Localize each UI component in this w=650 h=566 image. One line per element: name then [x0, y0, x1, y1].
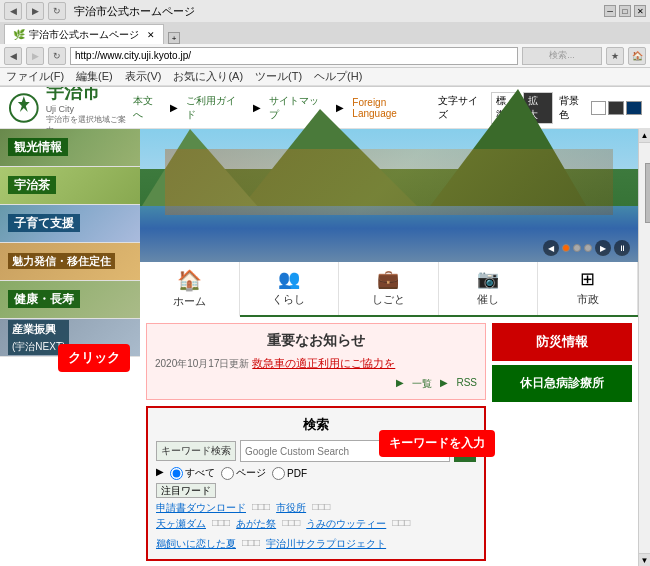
hero-image: ◀ ▶ ⏸	[140, 129, 638, 262]
sidebar-item-health[interactable]: 健康・長寿	[0, 281, 140, 319]
minimize-button[interactable]: ─	[604, 5, 616, 17]
life-tab-icon: 👥	[278, 268, 300, 290]
maximize-button[interactable]: □	[619, 5, 631, 17]
sidebar-health-label: 健康・長寿	[8, 290, 80, 308]
content-right: ◀ ▶ ⏸ 🏠 ホーム 👥 くらし �	[140, 129, 638, 566]
tab-home[interactable]: 🏠 ホーム	[140, 262, 240, 317]
notice-section: 重要なお知らせ 2020年10月17日更新 救急車の適正利用にご協力を ▶ 一覧…	[146, 323, 486, 400]
events-tab-icon: 📷	[477, 268, 499, 290]
browser-forward-button[interactable]: ▶	[26, 47, 44, 65]
search-option-pdf[interactable]: PDF	[272, 466, 307, 480]
keyword-7[interactable]: 宇治川サクラプロジェクト	[266, 537, 386, 551]
notice-date: 2020年10月17日更新 救急車の適正利用にご協力を	[155, 356, 477, 371]
hero-dot-2[interactable]	[573, 244, 581, 252]
hero-dot-3[interactable]	[584, 244, 592, 252]
tab-events[interactable]: 📷 催し	[439, 262, 539, 315]
keyword-5[interactable]: うみのウッティー	[306, 517, 386, 531]
scroll-thumb[interactable]	[645, 163, 651, 223]
menu-help[interactable]: ヘルプ(H)	[314, 69, 362, 84]
sidebar-item-childcare[interactable]: 子育て支援	[0, 205, 140, 243]
tab-work-label: しごと	[372, 292, 405, 307]
window-controls: ─ □ ✕	[604, 5, 646, 17]
notice-link[interactable]: 救急車の適正利用にご協力を	[252, 357, 395, 369]
browser-back-button[interactable]: ◀	[4, 47, 22, 65]
star-button[interactable]: ★	[606, 47, 624, 65]
tab-events-label: 催し	[477, 292, 499, 307]
popular-words-row: 注目ワード	[156, 484, 476, 498]
home-tab-icon: 🏠	[177, 268, 202, 292]
bg-blue-button[interactable]	[626, 101, 642, 115]
nav-guide-link[interactable]: ご利用ガイド	[186, 94, 245, 122]
hospital-button[interactable]: 休日急病診療所	[492, 365, 632, 402]
tab-bar: 🌿 宇治市公式ホームページ ✕ +	[0, 22, 650, 44]
tab-city[interactable]: ⊞ 市政	[538, 262, 638, 315]
sidebar-tourism-label: 観光情報	[8, 138, 68, 156]
address-text: http://www.city.uji.kyoto.jp/	[75, 50, 191, 61]
hero-next-button[interactable]: ▶	[595, 240, 611, 256]
scroll-up-button[interactable]: ▲	[639, 129, 651, 143]
keywords-row: 申請書ダウンロード □□□ 市役所 □□□	[156, 501, 476, 515]
back-button[interactable]: ◀	[4, 2, 22, 20]
address-bar[interactable]: http://www.city.uji.kyoto.jp/	[70, 47, 518, 65]
city-logo-icon	[8, 92, 40, 124]
sidebar-item-tourism[interactable]: 観光情報	[0, 129, 140, 167]
tab-life-label: くらし	[272, 292, 305, 307]
bg-dark-button[interactable]	[608, 101, 624, 115]
tab-favicon: 🌿	[13, 29, 25, 40]
home-browser-button[interactable]: 🏠	[628, 47, 646, 65]
menu-favorites[interactable]: お気に入り(A)	[173, 69, 243, 84]
nav-home-link[interactable]: 本文へ	[133, 94, 163, 122]
menu-tools[interactable]: ツール(T)	[255, 69, 302, 84]
menu-view[interactable]: 表示(V)	[125, 69, 162, 84]
tab-work[interactable]: 💼 しごと	[339, 262, 439, 315]
refresh-button[interactable]: ↻	[48, 2, 66, 20]
notice-list-link[interactable]: 一覧	[412, 377, 432, 391]
keyword-4[interactable]: あがた祭	[236, 517, 276, 531]
close-button[interactable]: ✕	[634, 5, 646, 17]
search-bar[interactable]: 検索...	[522, 47, 602, 65]
hero-prev-button[interactable]: ◀	[543, 240, 559, 256]
title-bar: ◀ ▶ ↻ 宇治市公式ホームページ ─ □ ✕	[0, 0, 650, 22]
disaster-button[interactable]: 防災情報	[492, 323, 632, 361]
sidebar-childcare-label: 子育て支援	[8, 214, 80, 232]
keyword-1[interactable]: 申請書ダウンロード	[156, 501, 246, 515]
tab-label: 宇治市公式ホームページ	[29, 28, 139, 42]
keyword-6[interactable]: 鵜飼いに恋した夏	[156, 537, 236, 551]
menu-edit[interactable]: 編集(E)	[76, 69, 113, 84]
keywords-row-2: 天ヶ瀬ダム □□□ あがた祭 □□□ うみのウッティー □□□ 鵜飼いに恋した夏…	[156, 517, 476, 551]
new-tab-button[interactable]: +	[168, 32, 180, 44]
search-option-all[interactable]: すべて	[170, 466, 215, 480]
scrollbar[interactable]: ▲ ▼	[638, 129, 650, 566]
callout-click: クリック	[58, 344, 130, 372]
sidebar-item-tea[interactable]: 宇治茶	[0, 167, 140, 205]
notice-rss-link[interactable]: RSS	[456, 377, 477, 391]
bg-white-button[interactable]	[591, 101, 607, 115]
scroll-down-button[interactable]: ▼	[639, 553, 651, 566]
keyword-2[interactable]: 市役所	[276, 501, 306, 515]
search-option-page[interactable]: ページ	[221, 466, 266, 480]
browser-chrome: ◀ ▶ ↻ 宇治市公式ホームページ ─ □ ✕ 🌿 宇治市公式ホームページ ✕ …	[0, 0, 650, 87]
city-tab-icon: ⊞	[580, 268, 595, 290]
tab-life[interactable]: 👥 くらし	[240, 262, 340, 315]
tab-close-icon[interactable]: ✕	[147, 30, 155, 40]
notice-footer: ▶ 一覧 ▶ RSS	[155, 377, 477, 391]
sidebar-item-migration[interactable]: 魅力発信・移住定住	[0, 243, 140, 281]
keyword-3[interactable]: 天ヶ瀬ダム	[156, 517, 206, 531]
title-bar-left: ◀ ▶ ↻ 宇治市公式ホームページ	[4, 2, 195, 20]
tab-city-label: 市政	[577, 292, 599, 307]
browser-refresh-button[interactable]: ↻	[48, 47, 66, 65]
nav-tabs: 🏠 ホーム 👥 くらし 💼 しごと 📷 催し ⊞ 市政	[140, 262, 638, 317]
page-content: 宇治市 Uji City 宇治市を選択地域ご案内 本文へ ▶ ご利用ガイド ▶ …	[0, 87, 650, 566]
notice-title: 重要なお知らせ	[155, 332, 477, 350]
active-tab[interactable]: 🌿 宇治市公式ホームページ ✕	[4, 24, 164, 44]
hero-pause-button[interactable]: ⏸	[614, 240, 630, 256]
city-name: 宇治市	[46, 87, 133, 104]
search-placeholder: 検索...	[549, 49, 575, 62]
hero-controls: ◀ ▶ ⏸	[543, 240, 630, 256]
menu-file[interactable]: ファイル(F)	[6, 69, 64, 84]
work-tab-icon: 💼	[377, 268, 399, 290]
nav-bar: ◀ ▶ ↻ http://www.city.uji.kyoto.jp/ 検索..…	[0, 44, 650, 68]
hero-dot-1[interactable]	[562, 244, 570, 252]
search-label: キーワード検索	[156, 441, 236, 461]
forward-button[interactable]: ▶	[26, 2, 44, 20]
